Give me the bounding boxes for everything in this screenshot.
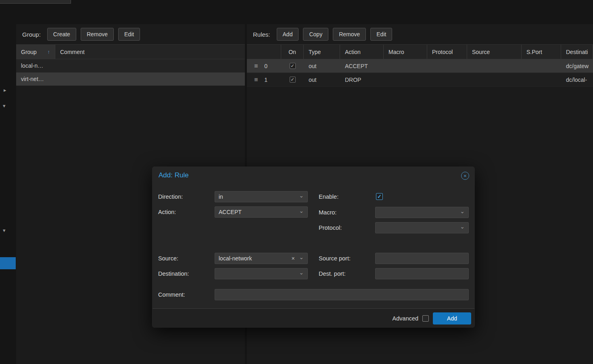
rule-enabled-checkbox[interactable]: ✓ [290,77,296,83]
groups-table-header: Group ↑ Comment [16,44,245,59]
group-column-header[interactable]: Group ↑ [16,45,55,59]
chevron-down-icon: ⌄ [460,208,465,214]
source-port-label: Source port: [319,253,351,264]
copy-rule-button[interactable]: Copy [303,28,328,41]
action-value: ACCEPT [219,209,242,215]
add-submit-button[interactable]: Add [433,312,471,324]
source-column-label: Source [472,49,490,55]
drag-handle-icon[interactable]: ≡ [254,63,258,69]
check-icon: ✓ [290,63,294,69]
comment-column-header[interactable]: Comment [55,45,245,59]
group-name: local-n… [16,62,55,69]
rule-destination: dc/local- [561,77,593,83]
dialog-title: Add: Rule [159,171,189,179]
macro-label: Macro: [319,207,336,218]
on-column-label: On [288,49,296,55]
dialog-footer: Advanced Add [152,308,474,328]
enable-label: Enable: [319,191,338,202]
close-icon[interactable]: ✕ [461,172,469,180]
sport-column-label: S.Port [526,49,542,55]
advanced-label: Advanced [393,315,419,322]
group-row[interactable]: virt-net… [16,73,245,86]
source-column-header[interactable]: Source [467,45,522,59]
close-x-glyph: ✕ [464,174,467,178]
groups-toolbar-label: Group: [22,31,41,38]
advanced-checkbox[interactable] [422,315,429,322]
group-row[interactable]: local-n… [16,59,245,73]
comment-column-label: Comment [60,49,85,55]
comment-label: Comment: [158,289,185,300]
action-select[interactable]: ACCEPT ⌄ [215,206,308,218]
source-value: local-network [219,255,252,262]
chevron-down-icon: ⌄ [299,254,304,260]
clear-icon[interactable]: ✕ [291,256,295,261]
rule-destination: dc/gatew [561,63,593,69]
add-rule-button[interactable]: Add [277,28,299,41]
macro-column-label: Macro [388,49,404,55]
protocol-select[interactable]: ⌄ [375,222,469,233]
on-column-header[interactable]: On [281,45,304,59]
dest-port-input[interactable] [375,268,469,279]
rule-position: 1 [264,77,267,83]
remove-group-button[interactable]: Remove [81,28,114,41]
destination-column-label: Destinati [566,49,588,55]
drag-handle-icon[interactable]: ≡ [254,77,258,83]
sort-ascending-icon: ↑ [48,49,50,55]
rule-action: ACCEPT [340,63,384,69]
destination-column-header[interactable]: Destinati [561,45,593,59]
rules-toolbar: Rules: Add Copy Remove Edit [247,24,593,44]
edit-rule-button[interactable]: Edit [370,28,392,41]
add-rule-dialog: Add: Rule ✕ Direction: in ⌄ Enable: ✓ Ac… [152,166,475,328]
comment-input[interactable] [215,289,469,300]
rule-enabled-checkbox[interactable]: ✓ [290,63,296,69]
check-icon: ✓ [290,77,294,82]
rule-row[interactable]: ≡ 1 ✓ out DROP dc/local- [247,73,593,87]
action-column-header[interactable]: Action [340,45,384,59]
rule-action: DROP [340,77,384,83]
rule-row[interactable]: ≡ 0 ✓ out ACCEPT dc/gatew [247,59,593,73]
rules-table-header: On Type Action Macro Protocol Source S.P… [247,44,593,59]
action-label: Action: [158,206,176,218]
protocol-column-header[interactable]: Protocol [427,45,467,59]
chevron-down-icon: ⌄ [299,208,304,214]
source-label: Source: [158,253,178,264]
chevron-down-icon: ⌄ [299,193,304,198]
rule-type: out [304,77,340,83]
direction-select[interactable]: in ⌄ [215,191,308,202]
chevron-down-icon: ⌄ [460,224,465,229]
window-tab [0,0,71,4]
chevron-down-icon[interactable]: ▾ [3,228,6,233]
chevron-down-icon: ⌄ [299,270,304,275]
edit-group-button[interactable]: Edit [118,28,140,41]
enable-checkbox[interactable]: ✓ [376,193,383,200]
source-select[interactable]: local-network ✕ ⌄ [215,253,308,264]
rail-active-indicator[interactable] [0,257,16,269]
direction-label: Direction: [158,191,183,202]
check-icon: ✓ [377,193,382,200]
create-group-button[interactable]: Create [47,28,76,41]
direction-value: in [219,193,223,200]
group-name: virt-net… [16,76,55,82]
macro-column-header[interactable]: Macro [384,45,427,59]
rules-toolbar-label: Rules: [253,31,270,38]
macro-select[interactable]: ⌄ [375,207,469,218]
expand-right-icon[interactable]: ▸ [4,87,6,93]
position-column-header [247,45,281,59]
remove-rule-button[interactable]: Remove [333,28,366,41]
protocol-label: Protocol: [319,222,342,233]
type-column-header[interactable]: Type [304,45,340,59]
destination-select[interactable]: ⌄ [215,268,308,279]
dest-port-label: Dest. port: [319,268,346,279]
sport-column-header[interactable]: S.Port [522,45,561,59]
action-column-label: Action [345,49,361,55]
groups-toolbar: Group: Create Remove Edit [16,24,245,44]
source-port-input[interactable] [375,253,469,264]
type-column-label: Type [309,49,321,55]
destination-label: Destination: [158,268,189,279]
group-column-label: Group [21,49,37,55]
chevron-down-icon[interactable]: ▾ [3,103,6,108]
protocol-column-label: Protocol [432,49,453,55]
rule-type: out [304,63,340,69]
rule-position: 0 [264,63,267,69]
